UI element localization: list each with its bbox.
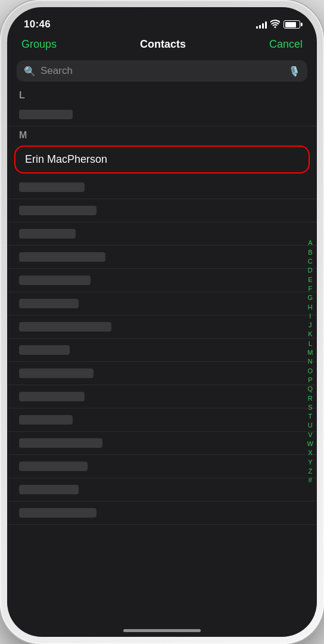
status-icons xyxy=(256,20,300,30)
alpha-j[interactable]: J xyxy=(307,321,313,329)
contact-name-blurred xyxy=(19,229,76,239)
list-item[interactable] xyxy=(7,222,317,246)
contact-name-blurred xyxy=(19,485,79,494)
alpha-l[interactable]: L xyxy=(307,339,313,348)
alpha-m[interactable]: M xyxy=(307,348,313,357)
content-area: Groups Contacts Cancel 🔍 Search 🎙️ L xyxy=(7,36,317,637)
contact-name-blurred xyxy=(19,462,88,471)
contact-name: Erin MacPherson xyxy=(25,153,107,166)
contact-name-blurred xyxy=(19,322,111,332)
alpha-a[interactable]: A xyxy=(307,239,313,247)
nav-bar: Groups Contacts Cancel xyxy=(7,36,317,58)
groups-button[interactable]: Groups xyxy=(21,38,57,51)
alpha-e[interactable]: E xyxy=(307,275,313,284)
section-header-l: L xyxy=(7,86,317,103)
cancel-button[interactable]: Cancel xyxy=(269,38,303,51)
alpha-s[interactable]: S xyxy=(307,403,313,411)
status-time: 10:46 xyxy=(24,18,51,30)
list-item[interactable] xyxy=(7,385,317,408)
alpha-d[interactable]: D xyxy=(307,266,313,274)
alphabet-index[interactable]: A B C D E F G H I J K L M N O P Q xyxy=(307,86,313,637)
list-item[interactable] xyxy=(7,176,317,199)
alpha-f[interactable]: F xyxy=(307,284,313,293)
contact-name-blurred xyxy=(19,275,91,285)
list-item[interactable] xyxy=(7,315,317,339)
list-item[interactable] xyxy=(7,455,317,478)
search-icon: 🔍 xyxy=(24,66,36,77)
alpha-v[interactable]: V xyxy=(307,431,313,439)
signal-icon xyxy=(256,20,267,29)
list-item[interactable] xyxy=(7,246,317,269)
alpha-k[interactable]: K xyxy=(307,330,313,338)
alpha-h[interactable]: H xyxy=(307,303,313,311)
battery-icon xyxy=(284,20,300,29)
alpha-r[interactable]: R xyxy=(307,394,313,402)
contacts-list: L M Erin MacPherson xyxy=(7,86,317,637)
alpha-o[interactable]: O xyxy=(307,367,313,375)
page-title: Contacts xyxy=(140,38,186,51)
wifi-icon xyxy=(270,20,280,30)
home-indicator xyxy=(123,629,201,632)
highlighted-contact-row[interactable]: Erin MacPherson xyxy=(14,145,310,174)
phone-screen: 10:46 Gro xyxy=(7,7,317,637)
alpha-p[interactable]: P xyxy=(307,376,313,384)
search-container: 🔍 Search 🎙️ xyxy=(7,58,317,86)
alpha-hash[interactable]: # xyxy=(307,476,313,484)
list-item[interactable] xyxy=(7,199,317,222)
search-bar[interactable]: 🔍 Search 🎙️ xyxy=(17,60,307,82)
contact-name-blurred xyxy=(19,415,73,425)
contact-name-blurred xyxy=(19,392,85,401)
alpha-i[interactable]: I xyxy=(307,312,313,320)
alpha-x[interactable]: X xyxy=(307,448,313,457)
alpha-b[interactable]: B xyxy=(307,248,313,256)
list-item[interactable] xyxy=(7,269,317,292)
list-item[interactable] xyxy=(7,408,317,432)
contact-name-blurred xyxy=(19,345,70,355)
contact-name-blurred xyxy=(19,110,73,119)
alpha-n[interactable]: N xyxy=(307,357,313,366)
contact-name-blurred xyxy=(19,182,85,192)
alpha-c[interactable]: C xyxy=(307,257,313,265)
contact-name-blurred xyxy=(19,508,96,518)
alpha-u[interactable]: U xyxy=(307,421,313,429)
mic-icon[interactable]: 🎙️ xyxy=(288,66,300,77)
phone-frame: 10:46 Gro xyxy=(0,0,324,644)
notch xyxy=(117,7,207,25)
list-item[interactable] xyxy=(7,292,317,315)
search-input[interactable]: Search xyxy=(40,65,284,77)
contact-name-blurred xyxy=(19,369,94,378)
alpha-z[interactable]: Z xyxy=(307,467,313,475)
contact-name-blurred xyxy=(19,299,79,308)
section-header-m: M xyxy=(7,126,317,143)
contact-name-blurred xyxy=(19,438,102,448)
contact-name-blurred xyxy=(19,206,96,215)
alpha-y[interactable]: Y xyxy=(307,458,313,466)
list-item[interactable] xyxy=(7,478,317,501)
alpha-g[interactable]: G xyxy=(307,293,313,302)
contact-name-blurred xyxy=(19,252,105,262)
list-item[interactable] xyxy=(7,103,317,126)
list-item[interactable] xyxy=(7,362,317,385)
list-item[interactable] xyxy=(7,339,317,362)
list-item[interactable] xyxy=(7,501,317,525)
alpha-w[interactable]: W xyxy=(307,439,313,448)
list-item[interactable] xyxy=(7,432,317,455)
alpha-t[interactable]: T xyxy=(307,412,313,420)
alpha-q[interactable]: Q xyxy=(307,385,313,393)
